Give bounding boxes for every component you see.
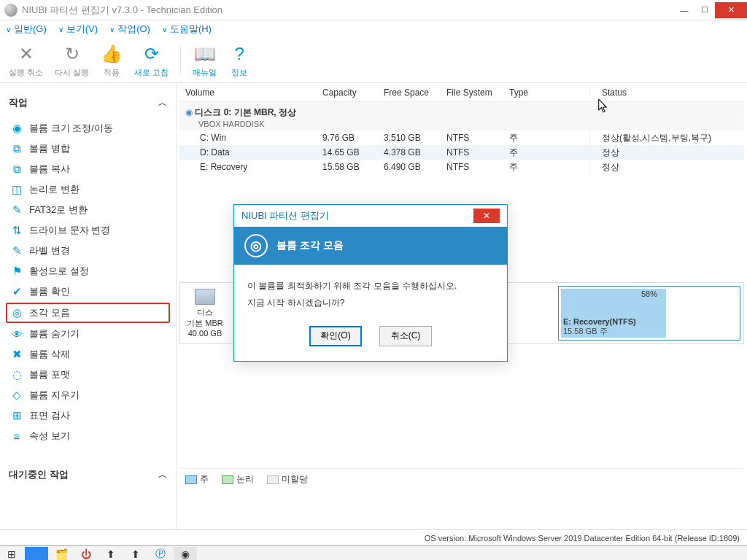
task-3[interactable]: ◫논리로 변환 — [7, 179, 169, 200]
menu-help[interactable]: ∨도움말(H) — [162, 23, 212, 36]
task-8[interactable]: ✔볼륨 확인 — [7, 281, 169, 302]
apply-icon: 👍 — [101, 43, 123, 65]
task-icon: ◫ — [10, 183, 23, 196]
task-icon: ◇ — [10, 389, 23, 402]
col-free[interactable]: Free Space — [384, 88, 446, 98]
cursor-icon — [598, 99, 608, 114]
grid-header: Volume Capacity Free Space File System T… — [179, 83, 744, 102]
refresh-icon: ⟳ — [141, 43, 163, 65]
task-9[interactable]: ◎조각 모음 — [6, 303, 170, 323]
manual-button[interactable]: 📖매뉴얼 — [193, 43, 217, 78]
legend: 주 논리 미할당 — [179, 468, 744, 490]
task-14[interactable]: ⊞표면 검사 — [7, 405, 169, 426]
refresh-button[interactable]: ⟳새로 고침 — [134, 43, 169, 78]
task-11[interactable]: ✖볼륨 삭제 — [7, 344, 169, 365]
minimize-button[interactable]: — — [674, 2, 694, 18]
taskbar-app3[interactable]: Ⓟ — [149, 547, 172, 561]
disk-icon — [195, 289, 215, 305]
taskbar-app2[interactable]: ⬆ — [124, 547, 147, 561]
undo-button[interactable]: ✕실행 취소 — [9, 43, 43, 78]
col-filesystem[interactable]: File System — [446, 88, 509, 98]
info-icon: ? — [228, 43, 250, 65]
task-1[interactable]: ⧉볼륨 병합 — [7, 139, 169, 159]
disk-icon: ◉ — [185, 107, 193, 117]
col-status[interactable]: Status — [589, 88, 744, 98]
defrag-dialog: NIUBI 파티션 편집기 ✕ ◎ 볼륨 조각 모음 이 볼륨를 최적화하기 위… — [233, 204, 508, 362]
defrag-icon: ◎ — [244, 234, 268, 257]
menu-general[interactable]: ∨일반(G) — [6, 23, 47, 36]
menu-task[interactable]: ∨작업(O) — [109, 23, 150, 36]
disk-header[interactable]: ◉ 디스크 0: 기본 MBR, 정상 VBOX HARDDISK — [179, 102, 744, 131]
task-icon: ⚑ — [10, 265, 23, 278]
dialog-titlebar: NIUBI 파티션 편집기 ✕ — [234, 205, 507, 227]
chevron-up-icon: ︿ — [158, 97, 167, 109]
maximize-button[interactable]: ☐ — [694, 2, 715, 18]
redo-icon: ↻ — [61, 43, 83, 65]
taskbar: ⊞ 🗂️ ⏻ ⬆ ⬆ Ⓟ ◉ — [0, 545, 747, 560]
app-icon — [4, 4, 18, 17]
book-icon: 📖 — [194, 43, 216, 65]
task-icon: ✎ — [10, 244, 23, 257]
statusbar: OS version: Microsoft Windows Server 201… — [0, 529, 747, 545]
task-6[interactable]: ✎라벨 변경 — [7, 241, 169, 261]
volume-row[interactable]: D: Data14.65 GB4.378 GBNTFS주정상 — [179, 145, 744, 160]
disk-map-label[interactable]: 디스 기본 MBR 40.00 GB — [183, 286, 227, 341]
pending-section-header[interactable]: 대기중인 작업 ︿ — [7, 464, 169, 486]
volume-row[interactable]: C: Win9.76 GB3.510 GBNTFS주정상(활성,시스템,부팅,복… — [179, 131, 744, 145]
start-button[interactable]: ⊞ — [0, 547, 23, 561]
taskbar-app1[interactable]: ⬆ — [99, 547, 123, 561]
sidebar: 작업 ︿ ◉볼륨 크기 조정/이동⧉볼륨 병합⧉볼륨 복사◫논리로 변환✎FAT… — [0, 83, 177, 529]
redo-button[interactable]: ↻다시 실행 — [55, 43, 89, 78]
close-button[interactable]: ✕ — [715, 2, 747, 18]
task-12[interactable]: ◌볼륨 포맷 — [7, 365, 169, 385]
partition-e[interactable]: 58% E: Recovery(NTFS) 15.58 GB 주 — [558, 286, 740, 341]
dialog-body: 이 볼륨를 최적화하기 위해 조각 모음을 수행하십시오. 지금 시작 하시겠습… — [234, 265, 507, 317]
task-icon: ⧉ — [10, 142, 23, 155]
taskbar-app-niubi[interactable]: ◉ — [174, 547, 197, 561]
chevron-up-icon: ︿ — [158, 469, 167, 481]
col-capacity[interactable]: Capacity — [322, 88, 384, 98]
menubar: ∨일반(G) ∨보기(V) ∨작업(O) ∨도움말(H) — [0, 20, 747, 38]
task-7[interactable]: ⚑활성으로 설정 — [7, 261, 169, 281]
task-icon: ◎ — [10, 306, 23, 319]
window-title: NIUBI 파티션 편집기 v7.3.0 - Technician Editio… — [22, 4, 222, 17]
task-icon: ◉ — [10, 122, 23, 135]
task-2[interactable]: ⧉볼륨 복사 — [7, 159, 169, 179]
task-icon: ✎ — [10, 203, 23, 217]
dialog-banner: ◎ 볼륨 조각 모음 — [234, 227, 507, 265]
menu-view[interactable]: ∨보기(V) — [58, 23, 98, 36]
ok-button[interactable]: 확인(O) — [309, 326, 362, 346]
titlebar: NIUBI 파티션 편집기 v7.3.0 - Technician Editio… — [0, 0, 747, 20]
task-10[interactable]: 👁볼륨 숨기기 — [7, 324, 169, 344]
power-button[interactable]: ⏻ — [74, 547, 98, 561]
dialog-close-button[interactable]: ✕ — [473, 209, 500, 223]
task-icon: 👁 — [10, 327, 23, 341]
info-button[interactable]: ?정보 — [228, 43, 250, 78]
task-icon: ⇅ — [10, 224, 23, 237]
cancel-button[interactable]: 취소(C) — [379, 326, 432, 346]
task-5[interactable]: ⇅드라이브 문자 변경 — [7, 220, 169, 241]
task-icon: ◌ — [10, 368, 23, 381]
tasks-section-header[interactable]: 작업 ︿ — [7, 92, 169, 118]
volume-row[interactable]: E: Recovery15.58 GB6.490 GBNTFS주정상 — [179, 160, 744, 174]
task-4[interactable]: ✎FAT32로 변환 — [7, 200, 169, 220]
apply-button[interactable]: 👍적용 — [101, 43, 123, 78]
explorer-button[interactable]: 🗂️ — [50, 547, 73, 561]
task-13[interactable]: ◇볼륨 지우기 — [7, 385, 169, 405]
col-type[interactable]: Type — [509, 88, 589, 98]
taskview-button[interactable] — [25, 547, 48, 561]
task-0[interactable]: ◉볼륨 크기 조정/이동 — [7, 118, 169, 139]
task-icon: ✔ — [10, 285, 23, 298]
col-volume[interactable]: Volume — [179, 88, 322, 98]
task-icon: ≡ — [10, 429, 23, 443]
task-icon: ✖ — [10, 348, 23, 361]
undo-icon: ✕ — [15, 43, 37, 65]
task-icon: ⧉ — [10, 163, 23, 176]
task-15[interactable]: ≡속성 보기 — [7, 426, 169, 446]
task-icon: ⊞ — [10, 409, 23, 422]
toolbar: ✕실행 취소 ↻다시 실행 👍적용 ⟳새로 고침 📖매뉴얼 ?정보 — [0, 38, 747, 83]
